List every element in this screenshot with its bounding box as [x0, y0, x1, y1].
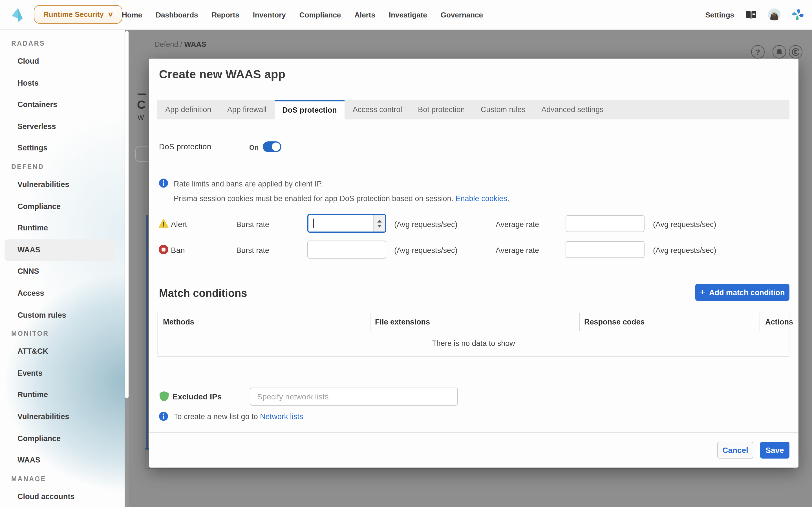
- sidebar-item-compliance-monitor[interactable]: Compliance: [0, 428, 129, 450]
- dialog-title: Create new WAAS app: [159, 68, 285, 81]
- nav-item-alerts[interactable]: Alerts: [354, 10, 375, 19]
- top-nav-right: Settings: [705, 0, 804, 29]
- alert-burst-rate-input[interactable]: [307, 214, 386, 233]
- sidebar-item-compliance[interactable]: Compliance: [0, 196, 129, 217]
- match-conditions-table: Methods File extensions Response codes A…: [157, 313, 790, 356]
- tab-app-firewall[interactable]: App firewall: [219, 100, 274, 119]
- sidebar-item-waas-selected[interactable]: WAAS: [4, 239, 115, 261]
- excluded-ips-label: Excluded IPs: [172, 392, 221, 401]
- column-separator: [760, 313, 760, 331]
- sidebar-item-events[interactable]: Events: [0, 362, 129, 384]
- tab-bot-protection[interactable]: Bot protection: [410, 100, 473, 119]
- swirl-target-icon: [792, 48, 800, 56]
- info-line-2-suffix: .: [507, 194, 509, 203]
- stepper-up-icon[interactable]: [377, 219, 382, 222]
- sidebar-header-manage: MANAGE: [0, 471, 129, 486]
- info-line-2-text: Prisma session cookies must be enabled f…: [174, 194, 456, 203]
- sidebar-item-vulnerabilities-monitor[interactable]: Vulnerabilities: [0, 406, 129, 428]
- nav-item-governance[interactable]: Governance: [441, 10, 483, 19]
- sidebar: RADARS Cloud Hosts Containers Serverless…: [0, 29, 129, 507]
- stepper-down-icon[interactable]: [377, 224, 382, 227]
- sidebar-item-custom-rules[interactable]: Custom rules: [0, 304, 129, 326]
- tab-app-definition[interactable]: App definition: [157, 100, 219, 119]
- breadcrumb: Defend / WAAS: [154, 40, 206, 48]
- sidebar-item-waas-monitor[interactable]: WAAS: [0, 450, 129, 471]
- save-button[interactable]: Save: [760, 442, 790, 459]
- top-nav-menu: Home Dashboards Reports Inventory Compli…: [122, 0, 483, 29]
- unit-label: (Avg requests/sec): [653, 246, 716, 255]
- alert-row-label: Alert: [171, 220, 187, 229]
- user-avatar[interactable]: [768, 8, 780, 21]
- column-separator: [370, 313, 370, 331]
- prisma-runtime-logo-icon: [11, 8, 24, 22]
- info-line-2: Prisma session cookies must be enabled f…: [174, 194, 509, 203]
- product-tour-button: [789, 45, 802, 59]
- sidebar-item-access[interactable]: Access: [0, 283, 129, 304]
- average-rate-label: Average rate: [496, 246, 539, 255]
- nav-item-investigate[interactable]: Investigate: [389, 10, 427, 19]
- sidebar-scrollbar-thumb[interactable]: [125, 31, 128, 398]
- ban-burst-rate-input[interactable]: [307, 240, 386, 259]
- column-header-response-codes: Response codes: [584, 313, 645, 331]
- sidebar-item-hosts[interactable]: Hosts: [0, 72, 129, 94]
- dos-protection-toggle[interactable]: [263, 142, 282, 152]
- sidebar-item-runtime-monitor[interactable]: Runtime: [0, 385, 129, 406]
- column-header-file-extensions: File extensions: [375, 313, 430, 331]
- cancel-button[interactable]: Cancel: [717, 442, 753, 459]
- dos-protection-label: DoS protection: [159, 142, 211, 151]
- sidebar-header-monitor: MONITOR: [0, 326, 129, 341]
- nav-item-reports[interactable]: Reports: [212, 10, 239, 19]
- shield-icon: [159, 391, 169, 402]
- excluded-ips-input[interactable]: [250, 388, 458, 406]
- question-mark-icon: ?: [756, 48, 760, 56]
- nav-item-dashboards[interactable]: Dashboards: [156, 10, 198, 19]
- docs-book-icon[interactable]: [746, 10, 757, 19]
- enable-cookies-link[interactable]: Enable cookies: [456, 194, 507, 203]
- nav-item-home[interactable]: Home: [122, 10, 142, 19]
- sidebar-item-cloud-accounts[interactable]: Cloud accounts: [0, 486, 129, 507]
- warning-icon: [158, 219, 168, 228]
- avatar-figure-icon: [768, 8, 780, 21]
- sidebar-item-cloud[interactable]: Cloud: [0, 51, 129, 72]
- breadcrumb-parent[interactable]: Defend: [154, 40, 178, 48]
- module-switcher-button[interactable]: Runtime Security ∨: [34, 5, 122, 24]
- burst-rate-label: Burst rate: [236, 220, 269, 229]
- network-lists-link[interactable]: Network lists: [260, 412, 303, 421]
- average-rate-label: Average rate: [496, 220, 539, 229]
- toggle-state-label: On: [249, 144, 259, 152]
- sidebar-item-containers[interactable]: Containers: [0, 94, 129, 116]
- tab-advanced-settings[interactable]: Advanced settings: [534, 100, 612, 119]
- notifications-button: [772, 45, 786, 59]
- create-waas-app-dialog: Create new WAAS app App definition App f…: [149, 59, 799, 467]
- info-icon: [159, 179, 168, 187]
- tab-dos-protection[interactable]: DoS protection: [274, 100, 345, 119]
- ban-row-label: Ban: [171, 245, 185, 255]
- sidebar-item-runtime[interactable]: Runtime: [0, 217, 129, 239]
- info-line-1: Rate limits and bans are applied by clie…: [174, 180, 323, 188]
- bg-panel-left-border: [146, 215, 147, 448]
- prisma-cloud-pinwheel-icon[interactable]: [792, 8, 804, 21]
- nav-item-inventory[interactable]: Inventory: [253, 10, 286, 19]
- chevron-down-icon: ∨: [107, 11, 113, 18]
- nav-item-settings[interactable]: Settings: [705, 10, 734, 19]
- text-caret: [313, 219, 314, 228]
- network-lists-hint: To create a new list go to Network lists: [174, 412, 303, 421]
- sidebar-item-cnns[interactable]: CNNS: [0, 261, 129, 283]
- tab-access-control[interactable]: Access control: [345, 100, 410, 119]
- sidebar-item-serverless[interactable]: Serverless: [0, 116, 129, 138]
- breadcrumb-separator: /: [178, 40, 185, 48]
- nav-item-compliance[interactable]: Compliance: [299, 10, 341, 19]
- ban-average-rate-input[interactable]: [566, 241, 645, 258]
- number-stepper[interactable]: [373, 215, 385, 231]
- table-empty-row: There is no data to show: [158, 331, 789, 356]
- top-nav: Runtime Security ∨ Home Dashboards Repor…: [0, 0, 812, 30]
- add-match-condition-button[interactable]: + Add match condition: [695, 284, 790, 301]
- sidebar-item-vulnerabilities[interactable]: Vulnerabilities: [0, 174, 129, 196]
- alert-average-rate-input[interactable]: [566, 215, 645, 232]
- sidebar-item-settings[interactable]: Settings: [0, 138, 129, 159]
- column-header-methods: Methods: [163, 313, 194, 331]
- sidebar-item-attck[interactable]: ATT&CK: [0, 341, 129, 362]
- info-icon: [159, 412, 168, 421]
- tab-custom-rules[interactable]: Custom rules: [473, 100, 534, 119]
- bg-artifact-dash: [138, 94, 146, 95]
